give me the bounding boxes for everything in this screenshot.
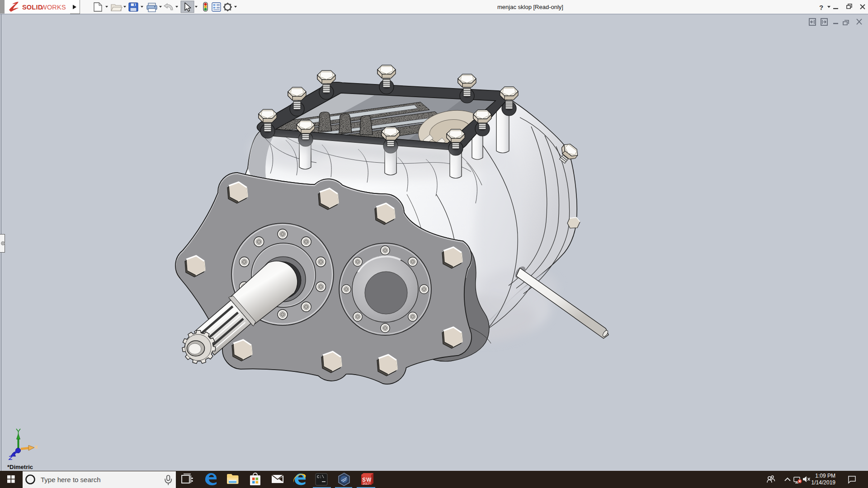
- svg-text:2017: 2017: [363, 482, 370, 485]
- svg-text:C:\: C:\: [317, 475, 324, 479]
